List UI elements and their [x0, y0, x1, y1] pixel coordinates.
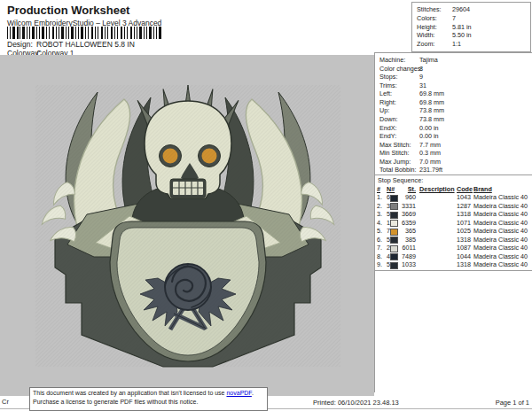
machine-value: 0.00 in [419, 132, 439, 140]
row-stitches: 960 [396, 193, 416, 201]
stats-value: 7 [452, 14, 456, 22]
machine-label: Color changes: [379, 65, 422, 73]
row-code: 1043 [457, 193, 471, 201]
machine-row: Up:73.8 mm [375, 106, 532, 115]
stats-label: Height: [417, 23, 437, 31]
machine-value: 69.8 mm [419, 89, 444, 97]
col-st: St. [396, 185, 416, 193]
design-barcode [7, 27, 163, 39]
machine-label: Machine: [379, 56, 405, 64]
stats-row: Colors:7 [412, 14, 530, 23]
row-stitches: 365 [396, 227, 416, 235]
row-brand: Madeira Classic 40 [473, 252, 528, 260]
design-label: Design: [7, 40, 36, 49]
row-code: 1287 [457, 202, 471, 210]
machine-value: 73.8 mm [419, 115, 444, 123]
row-code: 1318 [457, 260, 471, 268]
panel-divider [375, 270, 532, 271]
machine-row: Machine:Tajima [375, 56, 532, 65]
row-brand: Madeira Classic 40 [473, 193, 528, 201]
row-stitches: 1033 [396, 260, 416, 268]
machine-rows: Machine:Tajima Color changes:8 Stops:9 T… [375, 56, 532, 174]
machine-label: Min Stitch: [379, 149, 410, 157]
notice-line1: This document was created by an applicat… [33, 389, 264, 398]
table-row: 2.333311287Madeira Classic 40 [375, 202, 532, 211]
machine-value: 69.8 mm [419, 98, 444, 106]
machine-label: Trims: [379, 81, 397, 89]
embroidery-design [0, 55, 374, 396]
novapdf-notice-box: This document was created by an applicat… [29, 387, 268, 411]
row-stitches: 385 [396, 236, 416, 244]
machine-label: EndY: [379, 132, 396, 140]
machine-row: Max Stitch:7.7 mm [375, 141, 532, 150]
panel-divider [375, 174, 532, 175]
row-stitches: 3331 [396, 202, 416, 210]
machine-label: Down: [379, 115, 397, 123]
col-num: # [377, 185, 380, 193]
row-brand: Madeira Classic 40 [473, 227, 528, 235]
stop-sequence-title: Stop Sequence: [378, 176, 423, 184]
machine-row: EndY:0.00 in [375, 132, 532, 141]
design-preview-canvas [0, 55, 374, 396]
machine-label: Left: [379, 89, 392, 97]
machine-label: Max Jump: [379, 158, 411, 166]
stats-row: Width:5.50 in [412, 31, 530, 40]
row-num: 3. [377, 210, 382, 218]
notice-text: This document was created by an applicat… [33, 390, 226, 396]
machine-row: Max Jump:7.0 mm [375, 158, 532, 167]
row-num: 6. [377, 236, 382, 244]
table-row: 8.474891044Madeira Classic 40 [375, 252, 532, 261]
row-brand: Madeira Classic 40 [473, 244, 528, 252]
machine-value: 31 [419, 81, 426, 89]
row-brand: Madeira Classic 40 [473, 202, 528, 210]
page-title: Production Worksheet [7, 4, 129, 17]
machine-label: EndX: [379, 124, 397, 132]
row-num: 8. [377, 252, 382, 260]
table-row: 7.260111087Madeira Classic 40 [375, 244, 532, 252]
machine-row: EndX:0.00 in [375, 124, 532, 133]
machine-value: 0.3 mm [419, 149, 441, 157]
machine-value: 73.8 mm [419, 106, 444, 114]
machine-value: 231.79ft [419, 166, 442, 174]
row-code: 1025 [457, 227, 471, 235]
machine-row: Left:69.8 mm [375, 89, 532, 98]
stitch-texture [35, 85, 340, 367]
machine-value: 8 [419, 65, 423, 73]
machine-row: Color changes:8 [375, 65, 532, 74]
table-row: 9.510331318Madeira Classic 40 [375, 260, 532, 269]
machine-value: Tajima [419, 56, 438, 64]
row-num: 5. [377, 227, 382, 235]
novapdf-link[interactable]: novaPDF [226, 390, 251, 396]
production-worksheet-page: { "header": { "title": "Production Works… [0, 0, 532, 411]
machine-value: 0.00 in [419, 124, 439, 132]
row-stitches: 7489 [396, 252, 416, 260]
row-num: 9. [377, 260, 382, 268]
design-name-row: Design:ROBOT HALLOWEEN 5.8 IN [7, 40, 135, 49]
stop-sequence-header: # N# St. Description Code Brand [375, 185, 532, 193]
row-stitches: 6011 [396, 244, 416, 252]
col-code: Code [457, 185, 473, 193]
row-brand: Madeira Classic 40 [473, 210, 528, 218]
col-description: Description [419, 185, 455, 193]
stats-label: Stitches: [417, 5, 442, 13]
row-num: 1. [377, 193, 382, 201]
machine-row: Right:69.8 mm [375, 98, 532, 107]
table-row: 4.163591071Madeira Classic 40 [375, 219, 532, 228]
page-number: Page 1 of 1 [496, 399, 529, 407]
table-row: 3.536691318Madeira Classic 40 [375, 210, 532, 219]
stats-value: 5.50 in [452, 31, 472, 39]
machine-row: Stops:9 [375, 73, 532, 81]
stats-row: Zoom:1:1 [412, 40, 530, 49]
table-row: 5.73651025Madeira Classic 40 [375, 227, 532, 236]
row-code: 1071 [457, 219, 471, 227]
row-num: 4. [377, 219, 382, 227]
row-stitches: 6359 [396, 219, 416, 227]
row-code: 1318 [457, 236, 471, 244]
stats-value: 5.81 in [452, 23, 472, 31]
machine-label: Total Bobbin: [379, 166, 417, 174]
machine-row: Trims:31 [375, 81, 532, 90]
machine-info-panel: Machine:Tajima Color changes:8 Stops:9 T… [374, 52, 532, 392]
row-code: 1087 [457, 244, 471, 252]
stats-row: Stitches:29604 [412, 5, 530, 14]
machine-label: Up: [379, 106, 389, 114]
